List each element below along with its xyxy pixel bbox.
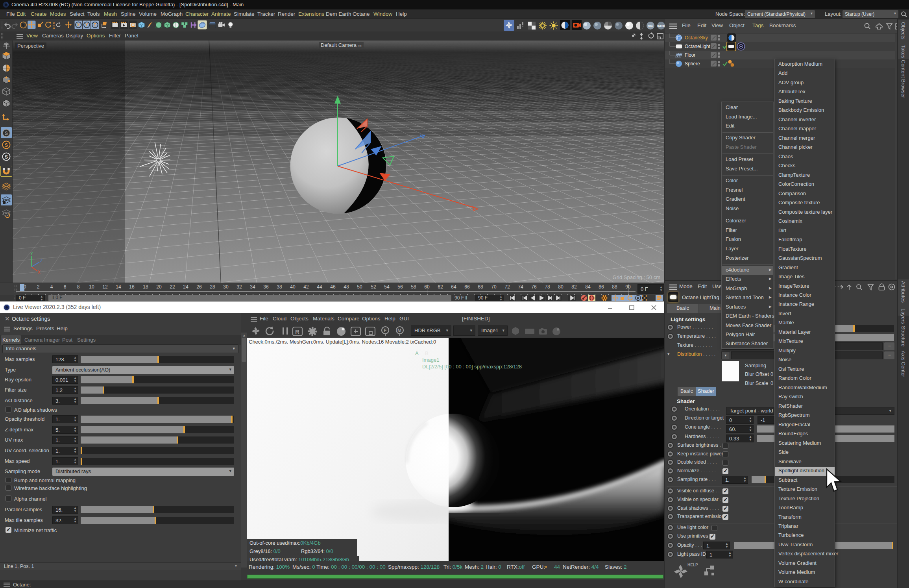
svg-text:X: X	[38, 270, 41, 274]
svg-text:Z: Z	[40, 259, 42, 263]
svg-text:BLEND: BLEND	[658, 25, 665, 27]
svg-text:S: S	[5, 142, 8, 148]
svg-text:R: R	[53, 27, 55, 29]
svg-text:R: R	[295, 328, 299, 335]
svg-text:X: X	[77, 23, 80, 27]
svg-text:M: M	[397, 328, 401, 333]
svg-text:P: P	[637, 296, 639, 300]
svg-text:S: S	[5, 131, 8, 136]
svg-text:MIX: MIX	[648, 24, 653, 27]
svg-text:F: F	[384, 328, 386, 333]
svg-text:Y: Y	[85, 23, 88, 27]
svg-text:Y: Y	[30, 251, 33, 256]
svg-text:HELP: HELP	[687, 563, 698, 567]
svg-text:S: S	[5, 154, 8, 160]
svg-text:Z: Z	[94, 23, 96, 27]
